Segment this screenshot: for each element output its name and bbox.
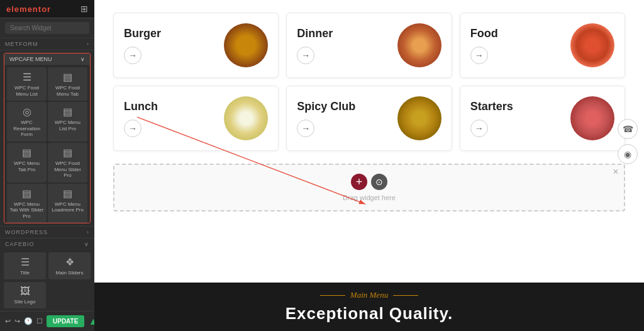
widget-wpc-food-menu-tab[interactable]: ▤ WPC Food Menu Tab [48,67,87,101]
publish-icon[interactable]: ▲ [88,316,94,327]
menu-card-starters: Starters → [460,86,625,151]
canvas-area: Burger → Dinner → Food → [94,0,644,283]
card-arrow-spicy-club[interactable]: → [297,120,314,137]
list-icon: ☰ [23,71,31,83]
menu-card-burger: Burger → [113,13,279,78]
cafebio-widget-title[interactable]: ☰ Title [4,252,46,279]
card-left-lunch: Lunch → [124,100,158,137]
wordpress-section[interactable]: WORDPRESS › [0,226,94,238]
grid-icon[interactable]: ⊞ [80,4,88,14]
card-title-spicy-club: Spicy Club [297,100,355,113]
add-widget-button[interactable]: + [351,174,367,190]
widget-wpc-menu-tab-pro[interactable]: ▤ WPC Menu Tab Pro [7,143,47,182]
tab-slider-icon: ▤ [22,188,31,199]
lunch-image [224,96,268,140]
starters-image [570,96,614,140]
right-icons: ☎ ◉ [618,119,638,164]
card-arrow-burger[interactable]: → [124,47,142,64]
responsive-icon[interactable]: ☐ [36,317,43,325]
dinner-image [397,23,441,67]
sidebar-footer: ↩ ↪ 🕐 ☐ UPDATE ▲ [0,311,94,331]
card-title-dinner: Dinner [297,27,333,40]
close-button[interactable]: ✕ [613,167,619,176]
cafebio-section[interactable]: CAFEBIO ∨ [0,238,94,250]
search-input[interactable] [5,22,89,34]
move-widget-button[interactable]: ⊙ [371,174,387,190]
search-box [0,18,94,38]
location-button[interactable]: ◉ [618,144,638,164]
redo-icon[interactable]: ↪ [14,317,20,325]
card-arrow-food[interactable]: → [470,47,488,64]
menu-cards-grid: Burger → Dinner → Food → [94,0,644,164]
wpcafe-menu-section: WPCAFE MENU ∨ ☰ WPC Food Menu List ▤ WPC… [4,53,91,223]
footer-section: Main Menu Exceptional Quality. [94,283,644,331]
cafebio-widgets: ☰ Title ❖ Main Sliders 🖼 Site Logo [0,250,94,311]
widget-wpc-menu-list-pro[interactable]: ▤ WPC Menu List Pro [48,102,87,142]
widget-wpc-menu-tab-slider-pro[interactable]: ▤ WPC Menu Tab With Slider Pro [7,184,47,223]
card-title-starters: Starters [470,100,513,113]
tab-pro-icon: ▤ [22,147,31,159]
card-arrow-dinner[interactable]: → [297,47,314,64]
card-title-food: Food [470,27,498,40]
menu-card-dinner: Dinner → [286,13,452,78]
cafebio-widget-main-sliders[interactable]: ❖ Main Sliders [48,252,91,279]
widget-wpc-menu-loadmore-pro[interactable]: ▤ WPC Menu Loadmore Pro [48,184,87,223]
metform-section[interactable]: METFORM › [0,38,94,50]
sidebar: elementor ⊞ METFORM › WPCAFE MENU ∨ ☰ WP… [0,0,94,331]
tab-icon: ▤ [63,71,72,83]
undo-icon[interactable]: ↩ [5,317,11,325]
widget-grid: ☰ WPC Food Menu List ▤ WPC Food Menu Tab… [4,65,90,223]
card-arrow-lunch[interactable]: → [124,120,142,137]
history-icon[interactable]: 🕐 [24,317,33,325]
card-left-starters: Starters → [470,100,513,137]
headline-text: Exceptional Quality. [113,304,625,323]
card-left-spicy-club: Spicy Club → [297,100,355,137]
main-content: Burger → Dinner → Food → [94,0,644,331]
slider-icon: ▤ [63,147,72,159]
card-arrow-starters[interactable]: → [470,120,488,137]
menu-card-spicy-club: Spicy Club → [286,86,452,151]
footer-icons: ↩ ↪ 🕐 ☐ [5,317,43,325]
card-left-dinner: Dinner → [297,27,333,64]
phone-button[interactable]: ☎ [618,119,638,139]
title-icon: ☰ [21,256,30,268]
card-left-food: Food → [470,27,498,64]
food-image [570,23,614,67]
card-title-lunch: Lunch [124,100,158,113]
spicy-club-image [397,96,441,140]
cafebio-widget-site-logo[interactable]: 🖼 Site Logo [4,282,46,308]
burger-image [224,23,268,67]
list-pro-icon: ▤ [63,106,72,118]
menu-card-lunch: Lunch → [113,86,279,151]
widget-wpc-food-menu-slider[interactable]: ▤ WPC Food Menu Slider Pro [48,143,87,182]
logo-icon: 🖼 [20,286,30,297]
card-left-burger: Burger → [124,27,161,64]
widget-wpc-food-menu-list[interactable]: ☰ WPC Food Menu List [7,67,47,101]
drag-area: ✕ + ⊙ Drag widget here [113,164,625,211]
drag-buttons: + ⊙ [123,174,615,190]
sidebar-header: elementor ⊞ [0,0,94,18]
sliders-icon: ❖ [65,256,74,268]
update-button[interactable]: UPDATE [47,315,84,327]
widget-wpc-reservation-form[interactable]: ◎ WPC Reservation Form [7,102,47,142]
main-menu-label: Main Menu [113,290,625,300]
loadmore-icon: ▤ [63,188,72,199]
menu-card-food: Food → [460,13,625,78]
drag-text: Drag widget here [343,194,396,201]
form-icon: ◎ [23,106,31,118]
wpcafe-header[interactable]: WPCAFE MENU ∨ [4,53,90,65]
card-title-burger: Burger [124,27,161,40]
elementor-logo: elementor [6,4,51,14]
